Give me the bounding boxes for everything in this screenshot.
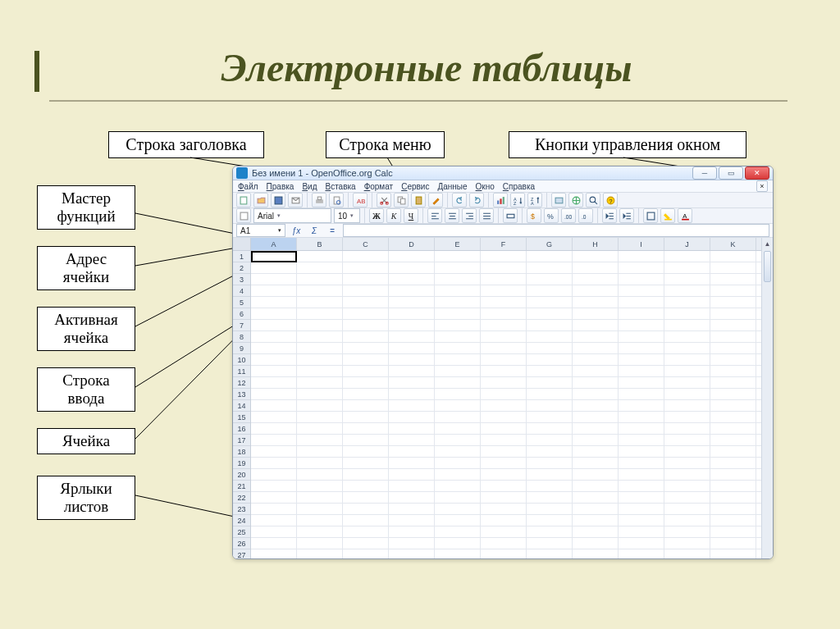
cell[interactable]: [664, 308, 710, 319]
cell[interactable]: [664, 400, 710, 411]
cell[interactable]: [619, 343, 664, 353]
cell[interactable]: [389, 549, 435, 559]
menu-file[interactable]: Файл: [238, 182, 258, 191]
cell[interactable]: [297, 504, 343, 514]
cell[interactable]: [343, 251, 389, 262]
cell[interactable]: [664, 515, 710, 526]
cell[interactable]: [573, 504, 619, 514]
cell[interactable]: [573, 354, 619, 365]
indent-inc-icon[interactable]: [619, 208, 634, 223]
cell[interactable]: [481, 446, 527, 457]
col-header-D[interactable]: D: [389, 238, 435, 250]
cell[interactable]: [389, 389, 435, 399]
cell[interactable]: [619, 492, 664, 503]
cell[interactable]: [481, 389, 527, 399]
col-header-J[interactable]: J: [664, 238, 710, 250]
cell[interactable]: [297, 549, 343, 559]
cell[interactable]: [343, 262, 389, 273]
cell[interactable]: [297, 435, 343, 445]
cell[interactable]: [573, 515, 619, 526]
cell[interactable]: [664, 492, 710, 503]
cell[interactable]: [343, 435, 389, 445]
cell[interactable]: [297, 423, 343, 434]
cell[interactable]: [297, 297, 343, 308]
row-header[interactable]: 7: [233, 320, 250, 331]
cell[interactable]: [435, 435, 481, 445]
cell[interactable]: [710, 492, 756, 503]
cell[interactable]: [573, 446, 619, 457]
cell[interactable]: [389, 354, 435, 365]
cell[interactable]: [481, 435, 527, 445]
col-header-G[interactable]: G: [527, 238, 573, 250]
cell[interactable]: [343, 377, 389, 388]
cell[interactable]: [297, 469, 343, 480]
cell[interactable]: [619, 366, 664, 376]
cell[interactable]: [297, 389, 343, 399]
cell[interactable]: [481, 526, 527, 537]
cell[interactable]: [251, 412, 297, 422]
menu-view[interactable]: Вид: [302, 182, 317, 191]
cell[interactable]: [435, 366, 481, 376]
cell[interactable]: [664, 366, 710, 376]
cell[interactable]: [343, 492, 389, 503]
save-icon[interactable]: [271, 193, 285, 207]
menu-tools[interactable]: Сервис: [401, 182, 429, 191]
cell[interactable]: [297, 446, 343, 457]
cell[interactable]: [664, 458, 710, 468]
cell[interactable]: [343, 389, 389, 399]
cell[interactable]: [389, 423, 435, 434]
cell[interactable]: [389, 320, 435, 330]
row-header[interactable]: 26: [233, 538, 250, 549]
col-header-C[interactable]: C: [343, 238, 389, 250]
cell[interactable]: [527, 308, 573, 319]
cell[interactable]: [435, 251, 481, 262]
cell[interactable]: [573, 285, 619, 296]
col-header-E[interactable]: E: [435, 238, 481, 250]
maximize-button[interactable]: ▭: [719, 166, 743, 180]
cell[interactable]: [389, 377, 435, 388]
cell[interactable]: [619, 526, 664, 537]
cell[interactable]: [710, 377, 756, 388]
cell[interactable]: [251, 446, 297, 457]
cell[interactable]: [619, 262, 664, 273]
cell[interactable]: [435, 458, 481, 468]
underline-button[interactable]: Ч: [404, 208, 418, 223]
cell[interactable]: [710, 400, 756, 411]
cell[interactable]: [710, 446, 756, 457]
cell[interactable]: [710, 389, 756, 399]
cell[interactable]: [389, 308, 435, 319]
cell[interactable]: [297, 412, 343, 422]
cell[interactable]: [573, 400, 619, 411]
borders-icon[interactable]: [643, 208, 658, 223]
cell[interactable]: [664, 423, 710, 434]
cell[interactable]: [481, 458, 527, 468]
cell[interactable]: [481, 262, 527, 273]
cell[interactable]: [619, 435, 664, 445]
cell[interactable]: [664, 343, 710, 353]
cell[interactable]: [343, 366, 389, 376]
cell[interactable]: [389, 297, 435, 308]
cut-icon[interactable]: [377, 193, 391, 207]
cell[interactable]: [527, 435, 573, 445]
sort-asc-icon[interactable]: AZ: [510, 193, 525, 207]
cell[interactable]: [573, 435, 619, 445]
cell[interactable]: [435, 308, 481, 319]
cell[interactable]: [481, 469, 527, 480]
undo-icon[interactable]: [452, 193, 467, 207]
col-header-F[interactable]: F: [481, 238, 527, 250]
cell[interactable]: [435, 389, 481, 399]
cell[interactable]: [710, 331, 756, 342]
cell[interactable]: [619, 458, 664, 468]
cell[interactable]: [343, 331, 389, 342]
close-button[interactable]: ✕: [745, 166, 769, 180]
cell[interactable]: [481, 354, 527, 365]
cell[interactable]: [710, 423, 756, 434]
cell[interactable]: [527, 446, 573, 457]
cell[interactable]: [573, 308, 619, 319]
cell[interactable]: [619, 412, 664, 422]
cell[interactable]: [619, 377, 664, 388]
cell[interactable]: [251, 435, 297, 445]
cell[interactable]: [297, 400, 343, 411]
paste-icon[interactable]: [411, 193, 426, 207]
cell[interactable]: [435, 297, 481, 308]
